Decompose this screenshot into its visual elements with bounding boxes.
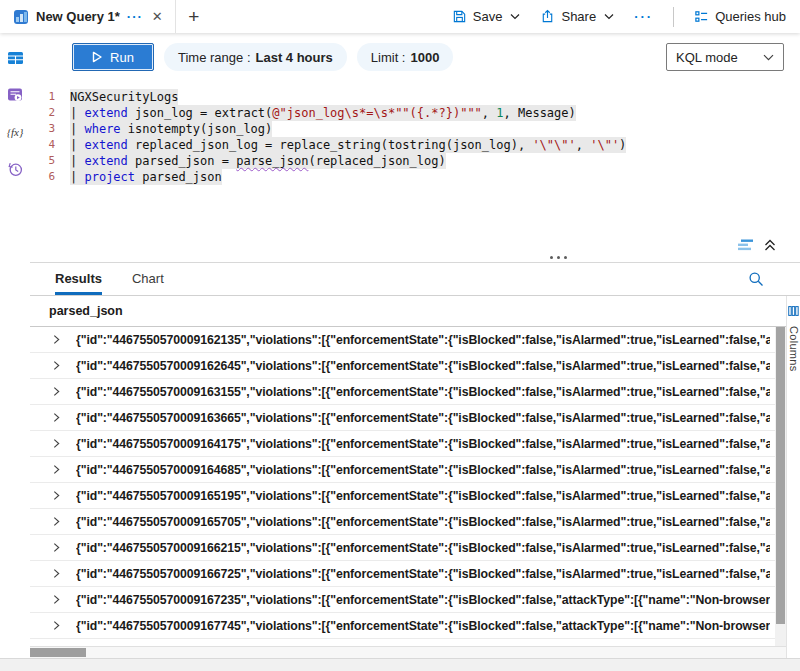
code-line[interactable]: 5 | extend parsed_json = parse_json(repl… <box>30 153 800 169</box>
queries-hub-icon <box>694 9 709 24</box>
code-text: | extend parsed_json = parse_json(replac… <box>70 153 446 169</box>
divider <box>673 7 674 27</box>
code-text: | extend json_log = extract(@"json_log\s… <box>70 105 576 121</box>
functions-icon: {fx} <box>7 126 24 138</box>
vertical-scrollbar-thumb[interactable] <box>776 327 785 624</box>
pane-splitter <box>30 233 800 263</box>
row-json-text: {"id":"4467550570009162645","violations"… <box>76 359 770 373</box>
query-tab[interactable]: New Query 1* ··· ✕ <box>0 0 176 33</box>
search-results-button[interactable] <box>748 263 764 295</box>
save-button[interactable]: Save <box>452 9 521 24</box>
horizontal-scrollbar[interactable] <box>30 646 786 658</box>
table-row[interactable]: {"id":"4467550570009162645","violations"… <box>30 353 786 379</box>
tab-more-icon[interactable]: ··· <box>127 12 143 22</box>
queries-hub-label: Queries hub <box>715 9 786 24</box>
run-button[interactable]: Run <box>72 43 154 71</box>
expand-row-chevron-icon[interactable] <box>53 568 60 579</box>
expand-row-chevron-icon[interactable] <box>53 386 60 397</box>
code-text: | extend replaced_json_log = replace_str… <box>70 137 626 153</box>
queries-hub-button[interactable]: Queries hub <box>694 9 786 24</box>
collapse-pane-double-chevron-up-icon[interactable] <box>764 239 776 252</box>
results-rows: {"id":"4467550570009162135","violations"… <box>30 327 786 646</box>
save-label: Save <box>473 9 503 24</box>
row-json-text: {"id":"4467550570009166215","violations"… <box>76 541 770 555</box>
results-tab-strip: Results Chart <box>30 263 800 296</box>
tab-chart[interactable]: Chart <box>132 263 164 295</box>
app-icon <box>13 9 29 25</box>
new-tab-button[interactable]: + <box>176 0 212 33</box>
play-icon <box>92 51 102 63</box>
row-json-text: {"id":"4467550570009167235","violations"… <box>76 593 770 607</box>
code-line[interactable]: 4 | extend replaced_json_log = replace_s… <box>30 137 800 153</box>
code-line[interactable]: 6 | project parsed_json <box>30 169 800 185</box>
share-button[interactable]: Share <box>540 9 614 24</box>
vertical-scrollbar[interactable] <box>775 327 786 646</box>
limit-value: 1000 <box>410 50 439 65</box>
table-row[interactable]: {"id":"4467550570009164175","violations"… <box>30 431 786 457</box>
sidebar-item-saved-queries[interactable] <box>6 86 24 104</box>
tab-bar-actions: Save Share ··· Queries hub <box>452 0 800 33</box>
row-json-text: {"id":"4467550570009162135","violations"… <box>76 333 770 347</box>
expand-row-chevron-icon[interactable] <box>53 490 60 501</box>
query-mode-select[interactable]: KQL mode <box>666 43 784 71</box>
line-number: 5 <box>30 153 70 169</box>
mode-chevron-down-icon <box>763 54 774 61</box>
sidebar-item-tables[interactable] <box>6 49 24 67</box>
row-json-text: {"id":"4467550570009167745","violations"… <box>76 619 770 633</box>
code-text: | project parsed_json <box>70 169 222 185</box>
expand-row-chevron-icon[interactable] <box>53 464 60 475</box>
table-row[interactable]: {"id":"4467550570009165195","violations"… <box>30 483 786 509</box>
time-range-label: Time range : <box>178 50 251 65</box>
columns-side-rail[interactable]: Columns <box>786 296 800 658</box>
column-header-parsed-json[interactable]: parsed_json <box>30 296 786 327</box>
expand-row-chevron-icon[interactable] <box>53 360 60 371</box>
table-row[interactable]: {"id":"4467550570009167235","violations"… <box>30 587 786 613</box>
code-text: NGXSecurityLogs <box>70 89 178 105</box>
row-json-text: {"id":"4467550570009164175","violations"… <box>76 437 770 451</box>
limit-picker[interactable]: Limit : 1000 <box>357 43 454 71</box>
expand-row-chevron-icon[interactable] <box>53 438 60 449</box>
table-row[interactable]: {"id":"4467550570009165705","violations"… <box>30 509 786 535</box>
tab-close-icon[interactable]: ✕ <box>150 9 165 24</box>
expand-row-chevron-icon[interactable] <box>53 412 60 423</box>
table-row[interactable]: {"id":"4467550570009167745","violations"… <box>30 613 786 639</box>
columns-rail-label: Columns <box>788 326 800 372</box>
row-json-text: {"id":"4467550570009163155","violations"… <box>76 385 770 399</box>
code-text: | where isnotempty(json_log) <box>70 121 272 137</box>
code-lines: 1 NGXSecurityLogs 2 | extend json_log = … <box>30 89 800 185</box>
save-chevron-down-icon[interactable] <box>510 13 520 20</box>
row-json-text: {"id":"4467550570009164685","violations"… <box>76 463 770 477</box>
row-json-text: {"id":"4467550570009165195","violations"… <box>76 489 770 503</box>
expand-row-chevron-icon[interactable] <box>53 516 60 527</box>
table-row[interactable]: {"id":"4467550570009166725","violations"… <box>30 561 786 587</box>
results-grid: parsed_json {"id":"4467550570009162135",… <box>30 296 786 658</box>
more-actions-icon[interactable]: ··· <box>634 9 653 24</box>
expand-row-chevron-icon[interactable] <box>53 620 60 631</box>
horizontal-scrollbar-thumb[interactable] <box>30 648 86 657</box>
results-layout-icon[interactable] <box>736 238 755 252</box>
line-number: 4 <box>30 137 70 153</box>
sidebar-item-query-history[interactable] <box>6 160 24 178</box>
expand-row-chevron-icon[interactable] <box>53 542 60 553</box>
table-row[interactable]: {"id":"4467550570009166215","violations"… <box>30 535 786 561</box>
code-line[interactable]: 2 | extend json_log = extract(@"json_log… <box>30 105 800 121</box>
code-line[interactable]: 3 | where isnotempty(json_log) <box>30 121 800 137</box>
expand-row-chevron-icon[interactable] <box>53 334 60 345</box>
sidebar-item-functions[interactable]: {fx} <box>6 123 24 141</box>
time-range-picker[interactable]: Time range : Last 4 hours <box>164 43 347 71</box>
tab-results[interactable]: Results <box>55 263 102 295</box>
code-line[interactable]: 1 NGXSecurityLogs <box>30 89 800 105</box>
share-chevron-down-icon[interactable] <box>604 13 614 20</box>
query-mode-value: KQL mode <box>676 50 738 65</box>
columns-icon <box>788 305 799 317</box>
table-row[interactable]: {"id":"4467550570009162135","violations"… <box>30 327 786 353</box>
table-row[interactable]: {"id":"4467550570009163665","violations"… <box>30 405 786 431</box>
table-row[interactable]: {"id":"4467550570009164685","violations"… <box>30 457 786 483</box>
table-row[interactable]: {"id":"4467550570009163155","violations"… <box>30 379 786 405</box>
save-icon <box>452 9 467 24</box>
splitter-drag-handle[interactable] <box>550 256 567 259</box>
query-editor[interactable]: 1 NGXSecurityLogs 2 | extend json_log = … <box>30 81 800 233</box>
expand-row-chevron-icon[interactable] <box>53 594 60 605</box>
rows-host: {"id":"4467550570009162135","violations"… <box>30 327 786 639</box>
line-number: 6 <box>30 169 70 185</box>
